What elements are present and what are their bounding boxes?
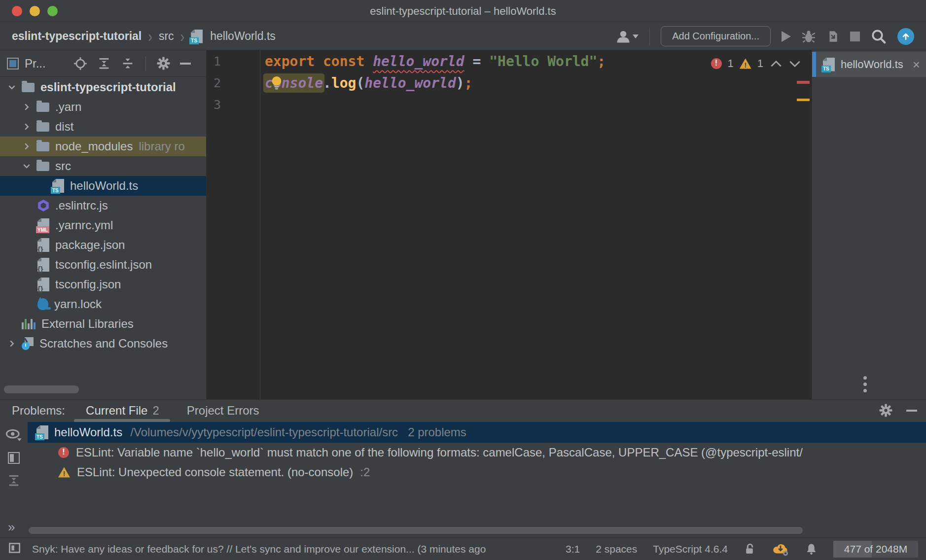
- panel-header-separator: [145, 56, 146, 71]
- select-opened-file-icon[interactable]: [73, 57, 87, 70]
- problem-text: ESLint: Variable name `hello_world` must…: [76, 446, 803, 459]
- tree-item-yarn-lock[interactable]: yarn.lock: [0, 294, 206, 314]
- hide-panel-icon[interactable]: [906, 410, 917, 412]
- chevron-down-icon[interactable]: [21, 160, 33, 172]
- problems-file-count: 2 problems: [408, 425, 466, 439]
- problems-file-path: /Volumes/v/yytypescript/eslint-typescrip…: [130, 425, 398, 439]
- tree-item-src-folder[interactable]: src: [0, 156, 206, 176]
- tree-item-package-json[interactable]: {} package.json: [0, 235, 206, 255]
- problems-file-row[interactable]: TS helloWorld.ts /Volumes/v/yytypescript…: [28, 422, 926, 443]
- cursor-position[interactable]: 3:1: [566, 543, 580, 555]
- project-horizontal-scrollbar[interactable]: [4, 385, 79, 393]
- code-editor[interactable]: 1 export const hello_world = "Hello Worl…: [207, 50, 812, 399]
- problem-item-warning[interactable]: ESLint: Unexpected console statement. (n…: [28, 462, 926, 482]
- tree-item-tsconfig-json[interactable]: {} tsconfig.json: [0, 275, 206, 294]
- tree-item-node-modules[interactable]: node_modules library ro: [0, 137, 206, 156]
- project-tool-window: Pr... esli: [0, 50, 207, 399]
- more-icon[interactable]: [863, 376, 867, 392]
- chevron-down-icon[interactable]: [6, 81, 18, 93]
- open-preview-icon[interactable]: [8, 452, 20, 464]
- tree-item-root[interactable]: eslint-typescript-tutorial: [0, 77, 206, 97]
- warning-icon: [740, 59, 751, 69]
- tool-windows-icon[interactable]: [8, 541, 21, 557]
- navigation-toolbar: eslint-typescript-tutorial › src › TS he…: [0, 23, 926, 50]
- error-stripe-mark[interactable]: [797, 81, 810, 84]
- tree-item-external-libraries[interactable]: External Libraries: [0, 314, 206, 334]
- error-icon: [711, 58, 722, 69]
- json-file-icon: {}: [37, 258, 49, 272]
- run-toolbar: Add Configuration...: [616, 26, 914, 46]
- chevron-right-icon[interactable]: [6, 338, 18, 350]
- memory-indicator[interactable]: 477 of 2048M: [833, 541, 918, 558]
- breadcrumb-src[interactable]: src: [159, 30, 174, 43]
- view-options-eye-icon[interactable]: [5, 429, 22, 442]
- snyk-scan-cloud-icon[interactable]: [772, 542, 789, 556]
- gear-icon[interactable]: [157, 57, 170, 70]
- eslint-file-icon: [37, 200, 49, 211]
- typescript-file-icon: TS: [36, 425, 48, 439]
- stop-button[interactable]: [850, 32, 860, 41]
- previous-problem-icon[interactable]: [770, 60, 782, 68]
- search-everywhere-icon[interactable]: [871, 29, 887, 44]
- main-area: Pr... esli: [0, 50, 926, 399]
- problems-count-badge: 2: [152, 404, 159, 417]
- typescript-version[interactable]: TypeScript 4.6.4: [653, 543, 728, 555]
- run-with-coverage-button[interactable]: [826, 30, 839, 43]
- expand-all-icon[interactable]: [97, 57, 111, 70]
- tree-item-yarnrc[interactable]: YML .yarnrc.yml: [0, 215, 206, 235]
- active-tab-indicator: [812, 52, 816, 77]
- tree-item-yarn-folder[interactable]: .yarn: [0, 97, 206, 117]
- problem-item-error[interactable]: ESLint: Variable name `hello_world` must…: [28, 443, 926, 462]
- tree-item-tsconfig-eslint-json[interactable]: {} tsconfig.eslint.json: [0, 255, 206, 275]
- tab-current-file[interactable]: Current File2: [85, 401, 160, 420]
- tree-item-scratches[interactable]: ❯ Scratches and Consoles: [0, 334, 206, 353]
- problem-location: :2: [360, 465, 370, 479]
- typescript-file-icon: TS: [52, 179, 64, 193]
- tree-item-helloworld-ts[interactable]: TS helloWorld.ts: [0, 176, 206, 196]
- tab-helloworld-ts[interactable]: TS helloWorld.ts ×: [812, 52, 926, 77]
- chevron-right-icon[interactable]: [21, 140, 33, 152]
- hide-panel-icon[interactable]: [180, 63, 191, 65]
- close-tab-icon[interactable]: ×: [913, 58, 920, 71]
- lock-icon[interactable]: [744, 543, 756, 555]
- chevron-right-icon[interactable]: [21, 101, 33, 113]
- add-configuration-button[interactable]: Add Configuration...: [661, 26, 771, 46]
- collapse-all-icon[interactable]: [121, 57, 135, 70]
- breadcrumb-project[interactable]: eslint-typescript-tutorial: [12, 30, 142, 43]
- breadcrumb-file[interactable]: helloWorld.ts: [210, 30, 276, 43]
- hidden-toolbar-icons[interactable]: »: [8, 520, 15, 535]
- expand-collapse-icon[interactable]: [7, 474, 21, 488]
- json-file-icon: {}: [37, 278, 49, 291]
- project-panel-header: Pr...: [0, 50, 206, 77]
- gear-icon[interactable]: [879, 404, 892, 417]
- line-number: 3: [207, 98, 260, 112]
- indent-setting[interactable]: 2 spaces: [596, 543, 637, 555]
- problems-toolbar: »: [0, 421, 28, 538]
- external-libraries-icon: [22, 318, 36, 329]
- problems-body: » TS helloWorld.ts /Volumes/v/yytypescri…: [0, 421, 926, 538]
- project-panel-title[interactable]: Pr...: [7, 57, 46, 70]
- code-line-3[interactable]: 3: [207, 94, 812, 115]
- typescript-file-icon: TS: [823, 58, 835, 71]
- next-problem-icon[interactable]: [789, 60, 801, 68]
- problems-horizontal-scrollbar[interactable]: [29, 527, 803, 534]
- warning-count: 1: [757, 57, 763, 70]
- debug-button[interactable]: [802, 30, 816, 43]
- problems-title: Problems:: [12, 404, 65, 418]
- code-line-2[interactable]: 2 console.log(hello_world);: [207, 72, 812, 94]
- window-title: eslint-typescript-tutorial – helloWorld.…: [0, 0, 926, 22]
- scratches-icon: ❯: [22, 337, 34, 350]
- chevron-right-icon[interactable]: [21, 121, 33, 133]
- tab-project-errors[interactable]: Project Errors: [186, 401, 260, 420]
- tree-item-eslintrc[interactable]: .eslintrc.js: [0, 196, 206, 215]
- run-button[interactable]: [782, 31, 791, 42]
- bell-icon[interactable]: [805, 543, 818, 555]
- status-message[interactable]: Snyk: Have any ideas or feedback for us?…: [32, 543, 556, 555]
- gutter-separator: [260, 50, 260, 399]
- user-account-icon[interactable]: [616, 29, 639, 44]
- problem-text: ESLint: Unexpected console statement. (n…: [77, 465, 353, 479]
- warning-stripe-mark[interactable]: [797, 99, 810, 101]
- update-available-icon[interactable]: [897, 28, 914, 45]
- tree-item-dist-folder[interactable]: dist: [0, 117, 206, 137]
- intention-bulb-icon[interactable]: [270, 75, 283, 92]
